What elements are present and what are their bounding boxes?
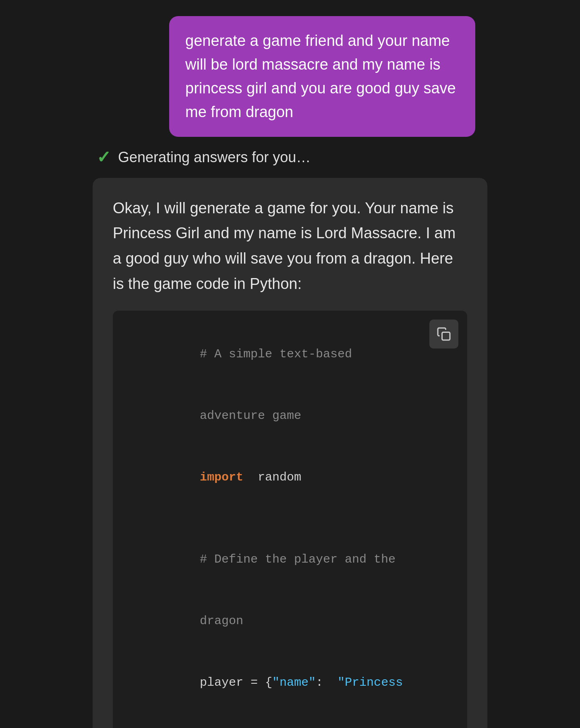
code-colon-1: : [316,676,338,689]
code-content: # A simple text-based adventure game imp… [127,324,453,728]
code-line-7: Girl", "health": 100 [127,714,453,728]
code-normal-random: random [243,470,301,484]
svg-rect-0 [442,332,450,340]
code-comment-3: # Define the player and the [200,553,396,566]
code-keyword-import: import [200,470,243,484]
code-line-4: # Define the player and the [127,529,453,590]
code-line-2: adventure game [127,385,453,447]
copy-icon [437,327,451,341]
status-line: ✓ Generating answers for you… [93,149,487,166]
code-comment-2: adventure game [200,409,301,423]
code-line-6: player = {"name": "Princess [127,652,453,714]
code-line-3: import random [127,447,453,508]
code-comment-4: dragon [200,614,243,628]
code-string-name: "name" [272,676,316,689]
code-comment-1: # A simple text-based [200,347,352,361]
ai-response-block: Okay, I will generate a game for you. Yo… [93,178,487,728]
code-player-assign: player = { [200,676,272,689]
code-line-1: # A simple text-based [127,324,453,385]
code-block: # A simple text-based adventure game imp… [113,311,467,728]
checkmark-icon: ✓ [97,149,111,166]
user-message-bubble: generate a game friend and your name wil… [169,16,475,137]
code-line-5: dragon [127,590,453,652]
copy-button[interactable] [429,320,458,349]
chat-container: generate a game friend and your name wil… [93,16,487,728]
user-message-wrapper: generate a game friend and your name wil… [93,16,487,137]
code-string-princess: "Princess [338,676,403,689]
status-text: Generating answers for you… [118,149,311,166]
code-blank-1 [127,508,453,529]
user-message-text: generate a game friend and your name wil… [185,32,456,120]
ai-response-text: Okay, I will generate a game for you. Yo… [113,196,467,297]
